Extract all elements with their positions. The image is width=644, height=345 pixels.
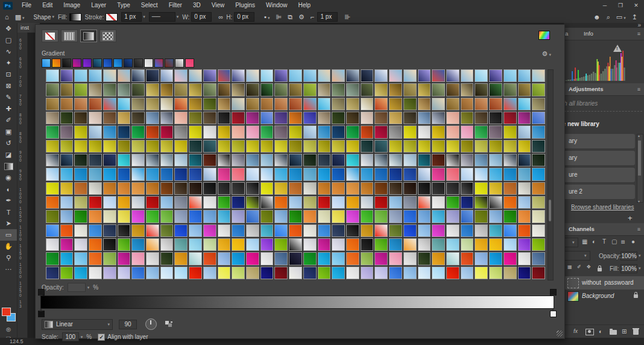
gradient-swatch[interactable] (303, 238, 317, 251)
gradient-swatch[interactable] (160, 112, 174, 124)
menu-window[interactable]: Window (260, 0, 293, 11)
library-item-button[interactable]: ure 2 (554, 185, 635, 199)
gradient-swatch[interactable] (260, 238, 274, 251)
gradient-swatch[interactable] (218, 125, 231, 138)
gradient-swatch[interactable] (89, 69, 102, 82)
gradient-swatch[interactable] (318, 196, 331, 209)
gradient-swatch[interactable] (246, 252, 259, 265)
gradient-swatch[interactable] (189, 210, 202, 223)
gradient-swatch[interactable] (174, 224, 188, 237)
gradient-swatch[interactable] (218, 83, 231, 96)
gradient-swatch[interactable] (118, 252, 131, 265)
gradient-swatch[interactable] (432, 238, 445, 251)
lock-image-icon[interactable]: ✐ (577, 264, 581, 270)
stroke-control[interactable]: Stroke: (85, 13, 118, 21)
gradient-swatch[interactable] (60, 69, 74, 82)
gradient-swatch[interactable] (146, 168, 159, 180)
gradient-swatch[interactable] (374, 69, 388, 82)
gradient-swatch[interactable] (475, 224, 488, 237)
gradient-swatch[interactable] (246, 267, 259, 279)
gradient-swatch[interactable] (418, 112, 431, 124)
gradient-swatch[interactable] (274, 140, 288, 153)
gradient-swatch[interactable] (203, 252, 216, 265)
gradient-swatch[interactable] (318, 83, 331, 96)
gradient-swatch[interactable] (432, 182, 445, 195)
gradient-swatch[interactable] (418, 252, 431, 265)
gradient-swatch[interactable] (332, 182, 345, 195)
gradient-swatch[interactable] (461, 69, 474, 82)
gradient-swatch[interactable] (446, 98, 459, 110)
gradient-swatch[interactable] (60, 210, 74, 223)
gradient-swatch[interactable] (361, 125, 374, 138)
gradient-swatch[interactable] (218, 154, 231, 166)
gradient-swatch[interactable] (504, 83, 517, 96)
gradient-swatch[interactable] (318, 182, 331, 195)
gradient-swatch[interactable] (89, 154, 102, 166)
gradient-swatch[interactable] (532, 196, 545, 209)
gradient-swatch[interactable] (189, 98, 202, 110)
gradient-swatch[interactable] (89, 125, 102, 138)
gradient-swatch[interactable] (446, 112, 459, 124)
filter-adjustment-layers-icon[interactable]: ◐ (592, 238, 596, 245)
gradient-swatch[interactable] (446, 196, 459, 209)
gradient-swatch[interactable] (131, 238, 145, 251)
account-icon[interactable]: ☻ (593, 13, 601, 21)
gradient-swatch[interactable] (303, 98, 317, 110)
gradient-swatch[interactable] (504, 125, 517, 138)
gradient-swatch[interactable] (274, 125, 288, 138)
gradient-swatch[interactable] (504, 210, 517, 223)
gradient-swatch[interactable] (504, 140, 517, 153)
gradient-swatch[interactable] (432, 112, 445, 124)
gradient-swatch[interactable] (218, 224, 231, 237)
gradient-swatch[interactable] (489, 252, 502, 265)
stroke-swatch[interactable] (106, 13, 118, 21)
gradient-swatch[interactable] (118, 83, 131, 96)
gradient-swatch[interactable] (489, 154, 502, 166)
gradient-swatch[interactable] (118, 112, 131, 124)
gradient-swatch[interactable] (504, 267, 517, 279)
gradient-swatch[interactable] (274, 252, 288, 265)
gradient-swatch[interactable] (246, 112, 259, 124)
gradient-swatch[interactable] (46, 125, 59, 138)
gradient-swatch[interactable] (303, 83, 317, 96)
gradient-swatch[interactable] (418, 140, 431, 153)
gradient-swatch[interactable] (203, 182, 216, 195)
gradient-swatch[interactable] (303, 196, 317, 209)
gradient-swatch[interactable] (475, 238, 488, 251)
gradient-swatch[interactable] (518, 196, 531, 209)
gradient-swatch[interactable] (232, 125, 245, 138)
gradient-swatch[interactable] (203, 267, 216, 279)
gradient-swatch[interactable] (146, 238, 159, 251)
gradient-swatch[interactable] (361, 196, 374, 209)
gradient-swatch[interactable] (89, 83, 102, 96)
gradient-swatch[interactable] (289, 196, 302, 209)
gradient-swatch[interactable] (146, 69, 159, 82)
gradient-swatch[interactable] (274, 267, 288, 279)
gradient-swatch[interactable] (432, 98, 445, 110)
gradient-swatch[interactable] (332, 69, 345, 82)
gradient-swatch[interactable] (46, 98, 59, 110)
workspace-icon[interactable]: ▭▾ (616, 13, 626, 21)
gradient-swatch[interactable] (289, 238, 302, 251)
gradient-swatch[interactable] (346, 238, 359, 251)
gradient-swatch[interactable] (489, 98, 502, 110)
gradient-swatch[interactable] (403, 83, 417, 96)
gradient-swatch[interactable] (475, 125, 488, 138)
healing-brush-tool[interactable]: ✚ (0, 103, 17, 115)
gradient-swatch[interactable] (504, 182, 517, 195)
gradient-swatch[interactable] (146, 267, 159, 279)
gradient-swatch[interactable] (118, 69, 131, 82)
gradient-swatch[interactable] (303, 267, 317, 279)
recent-gradient-swatch[interactable] (72, 59, 81, 68)
gradient-swatch[interactable] (260, 112, 274, 124)
gradient-swatch[interactable] (346, 182, 359, 195)
gradient-swatch[interactable] (361, 252, 374, 265)
filter-type-layers-icon[interactable]: T (602, 238, 606, 245)
gradient-swatch[interactable] (303, 168, 317, 180)
zoom-level[interactable]: 124.5 (10, 338, 24, 344)
gradient-swatch[interactable] (532, 182, 545, 195)
gradient-swatch[interactable] (74, 210, 87, 223)
gradient-swatch[interactable] (146, 98, 159, 110)
gradient-swatch[interactable] (89, 182, 102, 195)
gradient-swatch[interactable] (189, 196, 202, 209)
